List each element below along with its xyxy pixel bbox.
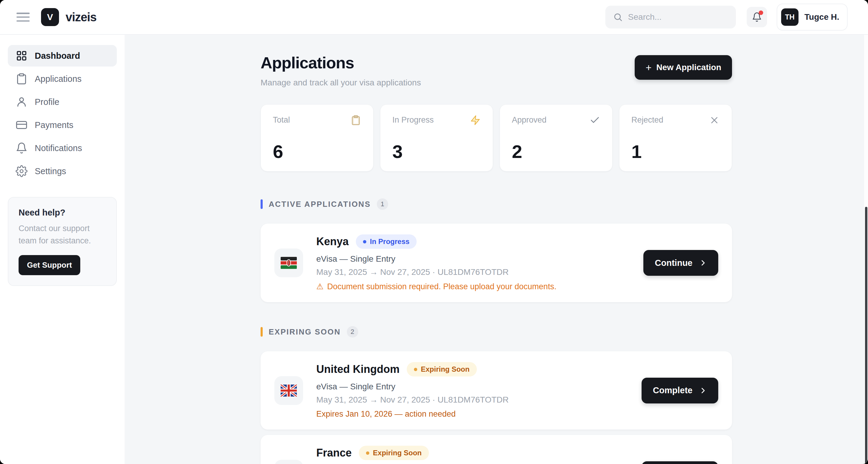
section-accent-bar bbox=[260, 327, 263, 337]
sidebar-item-label: Payments bbox=[35, 120, 73, 130]
sidebar-item-label: Profile bbox=[35, 97, 59, 107]
stat-label: Total bbox=[273, 115, 290, 125]
warning-text: Document submission required. Please upl… bbox=[327, 282, 556, 291]
status-label: Expiring Soon bbox=[421, 365, 470, 374]
sidebar: Dashboard Applications Profile Payments bbox=[0, 35, 125, 464]
brand-name: vizeis bbox=[66, 10, 96, 24]
stat-label: Approved bbox=[512, 115, 547, 125]
sidebar-item-notifications[interactable]: Notifications bbox=[8, 137, 117, 159]
status-label: In Progress bbox=[370, 237, 409, 246]
stats-row: Total 6 In Progress bbox=[260, 104, 732, 171]
help-card: Need help? Contact our support team for … bbox=[8, 197, 117, 286]
status-dot bbox=[366, 452, 369, 455]
sidebar-item-label: Settings bbox=[35, 166, 66, 176]
user-name: Tugce H. bbox=[805, 12, 839, 22]
avatar: TH bbox=[781, 8, 799, 26]
complete-button[interactable]: Complete bbox=[642, 378, 718, 403]
visa-dates: May 31, 2025 → Nov 27, 2025 · UL81DM76TO… bbox=[316, 267, 630, 277]
status-dot bbox=[414, 368, 417, 371]
flag-box bbox=[274, 376, 303, 405]
expiry-text: Expires Jan 10, 2026 — action needed bbox=[316, 409, 456, 419]
section-title: EXPIRING SOON bbox=[269, 327, 341, 337]
visa-type: eVisa — Single Entry bbox=[316, 382, 628, 392]
application-card-kenya: Kenya In Progress eVisa — Single Entry M… bbox=[260, 224, 732, 302]
clipboard-icon bbox=[16, 73, 28, 85]
page-title: Applications bbox=[260, 53, 421, 72]
search-icon bbox=[613, 12, 623, 22]
avatar-initials: TH bbox=[785, 13, 795, 21]
application-card-france: France Expiring Soon eVisa — Single Entr… bbox=[260, 435, 732, 464]
visa-type: eVisa — Single Entry bbox=[316, 254, 630, 264]
stat-value: 6 bbox=[273, 142, 361, 161]
sidebar-item-label: Notifications bbox=[35, 143, 82, 153]
hamburger-menu-icon[interactable] bbox=[17, 12, 30, 22]
continue-label: Continue bbox=[655, 258, 692, 268]
search-input[interactable] bbox=[627, 12, 737, 22]
section-count-badge: 2 bbox=[347, 326, 358, 338]
notification-badge-dot bbox=[759, 10, 763, 15]
sidebar-item-label: Dashboard bbox=[35, 51, 80, 61]
sidebar-item-applications[interactable]: Applications bbox=[8, 68, 117, 90]
get-support-button[interactable]: Get Support bbox=[19, 255, 80, 275]
continue-button[interactable]: Continue bbox=[643, 250, 718, 276]
scrollbar-thumb[interactable] bbox=[865, 207, 867, 464]
sidebar-item-payments[interactable]: Payments bbox=[8, 114, 117, 136]
status-badge: Expiring Soon bbox=[407, 362, 477, 376]
section-count-badge: 1 bbox=[377, 198, 388, 210]
page-header: Applications Manage and track all your v… bbox=[260, 53, 732, 88]
scrollbar-track[interactable] bbox=[864, 35, 868, 464]
complete-button[interactable]: Complete bbox=[642, 461, 718, 464]
new-application-button[interactable]: + New Application bbox=[635, 55, 732, 80]
document-warning: ⚠ Document submission required. Please u… bbox=[316, 282, 630, 291]
bell-icon bbox=[16, 142, 28, 154]
status-badge: In Progress bbox=[356, 234, 416, 249]
credit-card-icon bbox=[16, 119, 28, 131]
section-header-active: ACTIVE APPLICATIONS 1 bbox=[260, 198, 732, 210]
brand-logo-letter: V bbox=[47, 12, 53, 22]
clipboard-icon bbox=[350, 115, 361, 125]
application-card-united-kingdom: United Kingdom Expiring Soon eVisa — Sin… bbox=[260, 351, 732, 430]
help-body: Contact our support team for assistance. bbox=[19, 223, 106, 247]
country-name: United Kingdom bbox=[316, 363, 400, 376]
search-box[interactable] bbox=[605, 6, 736, 28]
check-icon bbox=[589, 115, 600, 125]
plus-icon: + bbox=[646, 62, 651, 72]
status-badge: Expiring Soon bbox=[359, 446, 429, 460]
stat-label: Rejected bbox=[631, 115, 663, 125]
help-title: Need help? bbox=[19, 208, 106, 218]
stat-card-approved: Approved 2 bbox=[500, 104, 613, 171]
brand-logo[interactable]: V bbox=[41, 8, 59, 26]
stat-value: 1 bbox=[631, 142, 720, 161]
sidebar-item-dashboard[interactable]: Dashboard bbox=[8, 45, 117, 66]
sidebar-item-profile[interactable]: Profile bbox=[8, 91, 117, 113]
gear-icon bbox=[16, 165, 28, 177]
topbar: V vizeis TH Tugce H. bbox=[0, 0, 868, 35]
new-application-label: New Application bbox=[656, 63, 721, 72]
notifications-button[interactable] bbox=[747, 7, 767, 27]
complete-label: Complete bbox=[653, 385, 692, 395]
sidebar-item-settings[interactable]: Settings bbox=[8, 161, 117, 182]
stat-card-rejected: Rejected 1 bbox=[619, 104, 732, 171]
cross-icon bbox=[709, 115, 720, 125]
expiry-warning: Expires Jan 10, 2026 — action needed bbox=[316, 409, 628, 419]
main-area: Applications Manage and track all your v… bbox=[125, 35, 868, 464]
section-accent-bar bbox=[260, 199, 263, 209]
app-window: V vizeis TH Tugce H. bbox=[0, 0, 868, 464]
user-menu[interactable]: TH Tugce H. bbox=[777, 4, 848, 31]
section-title: ACTIVE APPLICATIONS bbox=[269, 200, 371, 209]
warning-icon: ⚠ bbox=[316, 282, 323, 291]
flag-box bbox=[274, 460, 303, 464]
visa-dates: May 31, 2025 → Nov 27, 2025 · UL81DM76TO… bbox=[316, 395, 628, 405]
united-kingdom-flag-icon bbox=[281, 384, 297, 397]
chevron-right-icon bbox=[699, 259, 707, 267]
chevron-right-icon bbox=[699, 387, 707, 395]
sidebar-item-label: Applications bbox=[35, 74, 82, 84]
stat-card-total: Total 6 bbox=[260, 104, 373, 171]
status-label: Expiring Soon bbox=[373, 449, 422, 457]
stat-label: In Progress bbox=[392, 115, 434, 125]
kenya-flag-icon bbox=[281, 257, 297, 269]
section-header-expiring: EXPIRING SOON 2 bbox=[260, 326, 732, 338]
page-subtitle: Manage and track all your visa applicati… bbox=[260, 78, 421, 88]
lightning-icon bbox=[470, 115, 481, 125]
stat-value: 3 bbox=[392, 142, 481, 161]
